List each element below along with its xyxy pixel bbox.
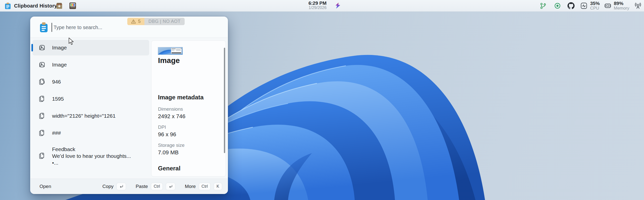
text-snippet-icon: [39, 96, 45, 102]
text-snippet-icon: [39, 153, 45, 159]
list-item-text[interactable]: width="2126" height="1261: [32, 108, 149, 124]
text-snippet-icon: [39, 79, 45, 85]
record-icon[interactable]: [554, 3, 560, 9]
cursor-icon: [68, 38, 75, 45]
list-item-label: 946: [52, 79, 61, 85]
desktop: Clipboard History 6:29 PM 1/29/2026: [0, 0, 644, 200]
git-branch-icon[interactable]: [540, 3, 546, 9]
copy-command[interactable]: Copy: [102, 184, 113, 189]
list-item-label: Image: [52, 62, 67, 68]
open-command[interactable]: Open: [39, 184, 51, 189]
clipboard-history-window: Type here to search... 5 DBG | NO AOT: [30, 17, 228, 194]
list-item-label: ###: [52, 130, 61, 136]
app-grid-icon[interactable]: [69, 3, 76, 9]
list-item-text[interactable]: 946: [32, 74, 149, 90]
broadcast-antenna-icon[interactable]: [634, 2, 641, 9]
memory-chip-icon[interactable]: [604, 3, 611, 9]
app-title: Clipboard History: [14, 3, 57, 9]
debug-label: DBG | NO AOT: [148, 19, 181, 24]
top-menu-bar: Clipboard History 6:29 PM 1/29/2026: [0, 0, 644, 12]
text-snippet-icon: [39, 113, 45, 119]
field-value: 7.09 MB: [158, 149, 179, 156]
metadata-heading: Image metadata: [158, 94, 204, 101]
selection-accent-bar: [31, 44, 33, 51]
paste-command[interactable]: Paste: [136, 184, 148, 189]
github-icon[interactable]: [568, 2, 575, 9]
enter-key-icon: [169, 185, 173, 188]
powertoys-bolt-icon[interactable]: [335, 3, 340, 9]
image-icon: [39, 45, 45, 51]
list-item-image[interactable]: Image: [32, 57, 149, 73]
enter-key-icon: [119, 185, 123, 188]
enter-key: [116, 183, 126, 190]
cpu-value: 35%: [590, 1, 606, 6]
memory-label: Memory: [614, 6, 633, 11]
list-item-label: width="2126" height="1261: [52, 113, 115, 119]
field-label: Storage size: [158, 143, 185, 148]
cpu-stat[interactable]: 35% CPU: [590, 1, 606, 11]
list-item-image-selected[interactable]: Image: [32, 40, 149, 55]
detail-pane: Image Image metadata Dimensions 2492 x 7…: [151, 40, 226, 177]
feedback-subtitle: We’d love to hear your thoughts...: [52, 153, 131, 159]
feedback-title: Feedback: [52, 146, 131, 153]
ctrl-key: Ctrl: [199, 183, 211, 190]
warning-icon: [131, 19, 136, 24]
activity-monitor-icon[interactable]: [581, 3, 587, 9]
field-label: DPI: [158, 124, 166, 130]
text-snippet-icon: [39, 130, 45, 136]
more-command[interactable]: More: [185, 184, 196, 189]
feedback-ellipsis: •...: [52, 159, 131, 166]
time: 6:29 PM: [294, 1, 327, 6]
field-label: Dimensions: [158, 106, 183, 112]
text-caret: [52, 23, 52, 32]
detail-title: Image: [158, 56, 180, 65]
enter-key: [166, 183, 175, 190]
list-item-feedback[interactable]: Feedback We’d love to hear your thoughts…: [32, 142, 149, 169]
memory-value: 89%: [614, 1, 633, 6]
detail-scrollbar[interactable]: [224, 48, 225, 153]
debug-mode-badge: DBG | NO AOT: [144, 18, 185, 25]
image-thumbnail: [158, 47, 183, 55]
clipboard-list: Image Image: [32, 40, 149, 171]
command-bar: Open Copy Paste Ctrl More Ctrl K: [30, 179, 228, 194]
list-item-label: 1595: [52, 96, 64, 102]
search-clipboard-icon: [40, 22, 48, 33]
general-heading: General: [158, 165, 180, 172]
warning-badge[interactable]: 5: [127, 18, 144, 25]
ctrl-key: Ctrl: [151, 183, 163, 190]
field-value: 96 x 96: [158, 131, 176, 138]
list-item-label: Image: [52, 45, 67, 51]
k-key: K: [214, 183, 222, 190]
image-icon: [39, 62, 45, 68]
memory-stat[interactable]: 89% Memory: [614, 1, 633, 11]
archive-box-icon[interactable]: [56, 3, 63, 9]
field-value: 2492 x 746: [158, 113, 185, 120]
warning-count: 5: [138, 19, 141, 24]
search-input[interactable]: Type here to search...: [54, 17, 102, 38]
clipboard-icon: [5, 3, 11, 9]
list-item-text[interactable]: ###: [32, 125, 149, 141]
debug-badges: 5 DBG | NO AOT: [127, 18, 185, 25]
date: 1/29/2026: [294, 6, 327, 10]
cpu-label: CPU: [590, 6, 606, 11]
list-item-text[interactable]: 1595: [32, 91, 149, 107]
clock[interactable]: 6:29 PM 1/29/2026: [294, 1, 327, 10]
